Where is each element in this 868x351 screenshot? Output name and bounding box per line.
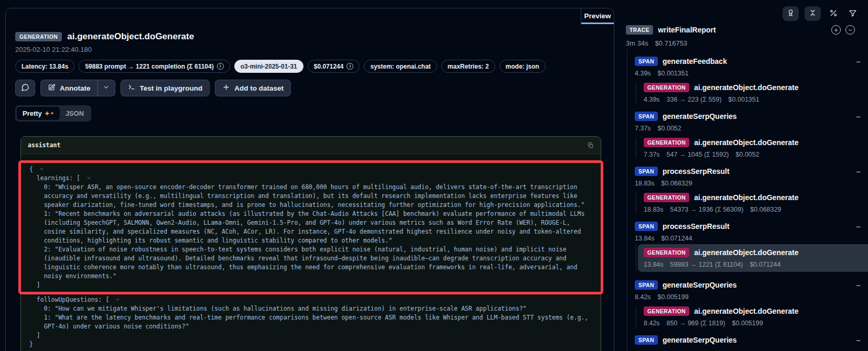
- generation-cost: $0.068329: [750, 206, 781, 213]
- tree-guide-line: [627, 49, 627, 351]
- tab-preview-label: Preview: [584, 12, 611, 20]
- span-duration: 13.84s: [635, 235, 655, 242]
- json-array-item: 1: "Recent benchmarks on adversarial aud…: [29, 210, 592, 245]
- span-name: processSerpResult: [663, 222, 730, 231]
- tab-preview[interactable]: Preview: [581, 8, 614, 24]
- playground-label: Test in playground: [140, 84, 203, 92]
- page-title: ai.generateObject.doGenerate: [67, 31, 194, 42]
- sidebar-toolbar: [783, 6, 860, 21]
- trace-duration: 3m 34s: [626, 39, 648, 47]
- generation-badge: GENERATION: [644, 138, 689, 147]
- json-array-item: 2: "Evaluation of noise robustness in sp…: [29, 245, 592, 281]
- span-row[interactable]: SPANgenerateFeedback−: [635, 57, 868, 66]
- collapse-toggle-icon[interactable]: [115, 297, 120, 302]
- pill-label: Latency: 13.84s: [21, 63, 68, 70]
- span-name: generateFeedback: [663, 57, 727, 65]
- span-badge: SPAN: [635, 112, 658, 121]
- generation-tokens: 59883 → 1221 (Σ 61104): [670, 261, 743, 268]
- span-name: generateSerpQueries: [663, 336, 737, 344]
- terminal-icon: [128, 83, 136, 93]
- tab-json[interactable]: JSON: [60, 107, 90, 120]
- collapse-node-icon[interactable]: −: [856, 336, 861, 345]
- trace-title: writeFinalReport: [658, 26, 715, 34]
- span-children: GENERATIONai.generateObject.doGenerate13…: [636, 244, 868, 272]
- expand-all-circle-button[interactable]: +: [831, 25, 841, 35]
- span-children: GENERATIONai.generateObject.doGenerate8.…: [636, 306, 868, 327]
- span-stats: 7.37s$0.0052: [635, 125, 868, 132]
- annotation-highlight-box: { learnings: [ 0: "Whisper ASR, an open-…: [18, 160, 603, 294]
- span-row[interactable]: SPANgenerateSerpQueries−: [635, 112, 868, 121]
- info-icon[interactable]: i: [217, 63, 224, 70]
- generation-row[interactable]: GENERATIONai.generateObject.doGenerate8.…: [644, 306, 868, 327]
- generation-cost: $0.001351: [729, 96, 760, 103]
- generation-type-badge: GENERATION: [15, 32, 62, 41]
- generation-stats: 4.39s336 → 223 (Σ 559)$0.001351: [644, 96, 868, 103]
- pill-label: 59883 prompt → 1221 completion (Σ 61104): [85, 63, 213, 70]
- generation-row[interactable]: GENERATIONai.generateObject.doGenerate18…: [644, 193, 868, 213]
- collapse-node-icon[interactable]: −: [856, 167, 861, 176]
- annotate-dropdown-button[interactable]: [97, 80, 115, 96]
- collapse-all-button[interactable]: [805, 6, 821, 21]
- generation-row-selected[interactable]: GENERATIONai.generateObject.doGenerate13…: [638, 244, 868, 272]
- span-duration: 18.83s: [635, 180, 655, 187]
- collapse-circle-button[interactable]: −: [845, 25, 855, 35]
- edit-icon: [48, 83, 56, 93]
- json-key-learnings: learnings: [: [29, 174, 592, 183]
- chevron-down-icon: [103, 84, 110, 92]
- filter-button[interactable]: [846, 6, 860, 21]
- span-badge: SPAN: [635, 222, 658, 231]
- generation-row[interactable]: GENERATIONai.generateObject.doGenerate4.…: [644, 83, 868, 103]
- span-row[interactable]: SPANgenerateSerpQueries−: [635, 280, 868, 290]
- trace-stats: 3m 34s $0.716753: [626, 39, 868, 47]
- collapse-node-icon[interactable]: −: [856, 57, 861, 66]
- trace-badge: TRACE: [626, 25, 653, 35]
- annotation-queue-button[interactable]: [783, 6, 799, 21]
- json-root-open: {: [29, 165, 592, 174]
- copy-icon[interactable]: [587, 142, 594, 149]
- plus-icon: [222, 83, 230, 93]
- metadata-pills: Latency: 13.84s59883 prompt → 1221 compl…: [15, 60, 614, 73]
- generation-badge: GENERATION: [644, 83, 689, 92]
- metadata-pill: maxRetries: 2: [441, 60, 495, 73]
- metadata-pill: o3-mini-2025-01-31: [234, 60, 303, 73]
- generation-badge: GENERATION: [644, 193, 689, 202]
- tab-pretty[interactable]: Pretty ✦✦: [17, 107, 60, 120]
- generation-duration: 13.84s: [644, 261, 664, 268]
- generation-row[interactable]: GENERATIONai.generateObject.doGenerate7.…: [644, 138, 868, 158]
- json-array-item: 0: "Whisper ASR, an open-source encoder-…: [29, 183, 592, 210]
- trace-node: SPANprocessSerpResult−18.83s$0.068329GEN…: [635, 167, 868, 213]
- collapse-node-icon[interactable]: −: [856, 112, 861, 121]
- span-row[interactable]: SPANprocessSerpResult−: [635, 167, 868, 176]
- generation-cost: $0.005199: [732, 320, 763, 327]
- annotate-button[interactable]: Annotate: [40, 80, 97, 96]
- generation-name: ai.generateObject.doGenerate: [694, 248, 798, 257]
- json-array-item: 0: "How can we mitigate Whisper's limita…: [29, 304, 592, 313]
- json-key-followupquestions: followUpQuestions: [: [29, 295, 592, 304]
- collapse-node-icon[interactable]: −: [856, 222, 861, 231]
- generation-stats: 18.83s54373 → 1936 (Σ 56309)$0.068329: [644, 206, 868, 213]
- collapse-toggle-icon[interactable]: [39, 167, 44, 171]
- generation-duration: 18.83s: [644, 206, 664, 213]
- span-duration: 4.39s: [635, 70, 651, 77]
- span-row[interactable]: SPANgenerateSerpQueries−: [635, 335, 868, 345]
- comment-button[interactable]: [15, 80, 35, 96]
- add-to-dataset-label: Add to dataset: [234, 84, 284, 92]
- collapse-node-icon[interactable]: −: [856, 281, 861, 290]
- comment-icon: [21, 83, 29, 93]
- trace-tree-sidebar: TRACE writeFinalReport + − 3m 34s $0.716…: [615, 0, 868, 351]
- span-duration: 7.37s: [635, 125, 651, 132]
- collapse-toggle-icon[interactable]: [86, 176, 91, 180]
- span-row[interactable]: SPANprocessSerpResult−: [635, 222, 868, 231]
- trace-node: SPANprocessSerpResult−13.84s$0.071244GEN…: [635, 222, 868, 272]
- add-to-dataset-button[interactable]: Add to dataset: [215, 80, 291, 96]
- json-array-close: ]: [29, 281, 592, 290]
- test-in-playground-button[interactable]: Test in playground: [121, 80, 210, 96]
- percent-metrics-button[interactable]: [827, 6, 840, 21]
- generation-tokens: 54373 → 1936 (Σ 56309): [670, 206, 744, 213]
- json-array-close: ]: [29, 331, 592, 340]
- generation-badge: GENERATION: [644, 306, 689, 316]
- trace-root-row[interactable]: TRACE writeFinalReport + −: [626, 25, 868, 35]
- info-icon[interactable]: i: [346, 63, 353, 70]
- pill-label: o3-mini-2025-01-31: [241, 63, 297, 70]
- annotate-label: Annotate: [60, 84, 91, 92]
